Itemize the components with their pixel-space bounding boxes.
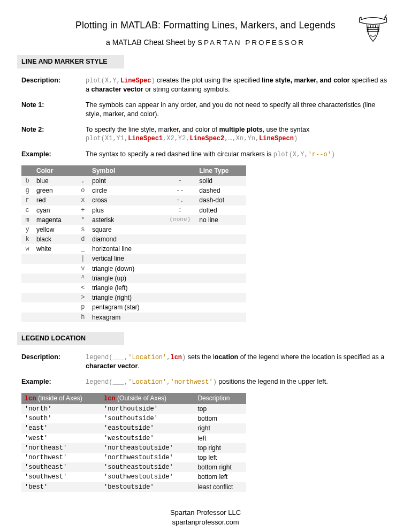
- code: LineSpec: [120, 77, 151, 85]
- subtitle-prefix: a MATLAB Cheat Sheet by: [106, 38, 197, 47]
- cell: 'southeastoutside': [101, 462, 194, 472]
- cell: horizontal line: [89, 244, 164, 254]
- table-row: >triangle (right): [21, 293, 246, 302]
- cell: diamond: [89, 234, 164, 244]
- cell: +: [77, 206, 89, 215]
- table-row: ^triangle (up): [21, 273, 246, 283]
- legend-desc-row: Description: legend(___,'Location',lcn) …: [21, 353, 390, 371]
- brand-name: SPARTAN PROFESSOR: [197, 39, 305, 47]
- cell: [33, 283, 77, 293]
- cell: 'west': [21, 434, 101, 443]
- cell: [164, 234, 196, 244]
- cell: x: [77, 195, 89, 205]
- cell: 'northeastoutside': [101, 443, 194, 453]
- table-row: <triangle (left): [21, 283, 246, 293]
- code: LineSpecn: [259, 135, 294, 142]
- table-row: 'west''westoutside'left: [21, 434, 246, 443]
- cell: cross: [89, 195, 164, 205]
- text: , use the syntax: [263, 126, 310, 133]
- text: .: [138, 362, 139, 370]
- cell: [21, 302, 33, 312]
- text: ocation: [215, 353, 238, 361]
- cell: dotted: [196, 206, 246, 215]
- code: legend(___,: [86, 354, 128, 361]
- cell: [33, 254, 77, 263]
- code: ): [331, 151, 335, 158]
- text: of the legend where the location is spec…: [238, 353, 384, 361]
- cell: 'bestoutside': [101, 482, 194, 492]
- cell: 'south': [21, 414, 101, 423]
- page-title: Plotting in MATLAB: Formatting Lines, Ma…: [21, 19, 390, 32]
- note2-body: To specify the line style, marker, and c…: [86, 125, 390, 143]
- cell: least conflict: [194, 482, 246, 492]
- cell: 'northeast': [21, 443, 101, 453]
- text: line style, marker, and color: [262, 77, 350, 84]
- cell: --: [164, 186, 196, 195]
- table-row: ccyan+plus:dotted: [21, 206, 246, 215]
- section-heading-legend: LEGEND LOCATION: [17, 332, 124, 345]
- cell: [164, 225, 196, 234]
- table-row: hhexagram: [21, 313, 246, 322]
- description-row: Description: plot(X,Y,LineSpec) creates …: [21, 76, 390, 94]
- text: multiple plots: [219, 126, 262, 133]
- table-row: rredxcross-.dash-dot: [21, 195, 246, 205]
- code: ,…,Xn,Yn,: [224, 135, 259, 142]
- cell: left: [194, 434, 246, 443]
- note2-label: Note 2:: [21, 125, 86, 143]
- cell: [196, 273, 246, 283]
- cell: [33, 264, 77, 273]
- cell: d: [77, 234, 89, 244]
- cell: [33, 302, 77, 312]
- cell: [164, 264, 196, 273]
- th-inside: lcn (Inside of Axes): [21, 393, 101, 404]
- table-row: vtriangle (down): [21, 264, 246, 273]
- code: LineSpec2: [189, 135, 224, 142]
- cell: .: [77, 176, 89, 186]
- cell: 'northwestoutside': [101, 453, 194, 462]
- cell: top: [194, 404, 246, 414]
- cell: yellow: [33, 225, 77, 234]
- footer: Spartan Professor LLC spartanprofessor.c…: [21, 508, 390, 527]
- cell: -.: [164, 195, 196, 205]
- cell: <: [77, 283, 89, 293]
- cell: 'westoutside': [101, 434, 194, 443]
- cell: [164, 283, 196, 293]
- description-label: Description:: [21, 76, 86, 94]
- cell: [21, 254, 33, 263]
- table-row: wwhite_horizontal line: [21, 244, 246, 254]
- code: plot(X,Y,: [273, 151, 308, 158]
- text: character vector: [91, 86, 143, 93]
- cell: [196, 293, 246, 302]
- cell: dash-dot: [196, 195, 246, 205]
- text: positions the legend in the upper left.: [217, 378, 328, 385]
- cell: 'eastoutside': [101, 423, 194, 433]
- table-row: ggreenocircle--dashed: [21, 186, 246, 195]
- cell: _: [77, 244, 89, 254]
- cell: c: [21, 206, 33, 215]
- cell: *: [77, 215, 89, 225]
- cell: [33, 293, 77, 302]
- cell: m: [21, 215, 33, 225]
- text: The syntax to specify a red dashed line …: [86, 150, 273, 158]
- cell: 'southwest': [21, 472, 101, 482]
- cell: 'northwest': [21, 453, 101, 462]
- code: ): [213, 378, 217, 386]
- note1-body: The symbols can appear in any order, and…: [86, 101, 390, 119]
- cell: s: [77, 225, 89, 234]
- cell: [164, 313, 196, 322]
- cell: pentagram (star): [89, 302, 164, 312]
- cell: dashed: [196, 186, 246, 195]
- example-row: Example: The syntax to specify a red das…: [21, 150, 390, 159]
- text: or string containing symbols.: [143, 86, 230, 93]
- cell: hexagram: [89, 313, 164, 322]
- th-outside: lcn (Outside of Axes): [101, 393, 194, 404]
- text: sets the l: [186, 353, 215, 361]
- cell: triangle (up): [89, 273, 164, 283]
- code: 'Location': [128, 378, 166, 386]
- cell: >: [77, 293, 89, 302]
- cell: bottom left: [194, 472, 246, 482]
- th-desc: Description: [194, 393, 246, 404]
- table-row: bblue.point-solid: [21, 176, 246, 186]
- cell: [196, 283, 246, 293]
- cell: [21, 264, 33, 273]
